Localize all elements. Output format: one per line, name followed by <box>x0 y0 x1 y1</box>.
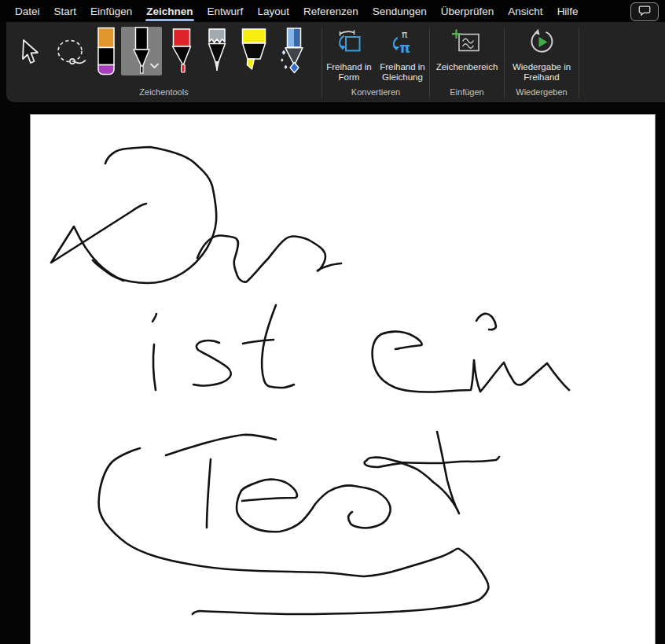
select-tool[interactable] <box>17 37 46 72</box>
lasso-select-tool[interactable] <box>53 37 90 72</box>
ink-stroke-T-stem <box>207 459 211 528</box>
ink-stroke-ein-i-curl <box>476 314 496 329</box>
ink-to-shape-icon <box>336 28 362 57</box>
menu-tab-label: Referenzen <box>303 6 358 17</box>
highlighter-icon <box>239 27 269 75</box>
drawing-canvas-label: Zeichenbereich <box>436 62 498 72</box>
group-label-wiedergeben: Wiedergeben <box>505 87 579 102</box>
comments-button[interactable] <box>630 2 659 21</box>
ink-stroke-as <box>197 235 341 282</box>
pen-red-tool[interactable] <box>168 27 195 75</box>
menu-tab-einfgen[interactable]: Einfügen <box>83 0 139 22</box>
ink-stroke-ein <box>373 332 569 392</box>
eraser-icon <box>96 27 116 75</box>
ribbon-group-konvertieren: Freihand in Form π π Freihand in Gleichu… <box>322 22 429 102</box>
ink-stroke-es <box>237 480 391 532</box>
pencil-tool[interactable] <box>204 27 230 75</box>
menu-tab-datei[interactable]: Datei <box>8 0 47 22</box>
ink-to-shape-button[interactable]: Freihand in Form <box>323 22 375 83</box>
pencil-icon <box>204 27 230 75</box>
menu-tab-entwurf[interactable]: Entwurf <box>200 0 251 22</box>
ink-stroke-T-bar <box>166 435 276 455</box>
menu-tab-label: Hilfe <box>557 6 579 17</box>
menu-tab-label: Sendungen <box>373 6 427 17</box>
group-label-zeichentools: Zeichentools <box>6 87 321 102</box>
menu-tab-hilfe[interactable]: Hilfe <box>550 0 586 22</box>
menu-tabs: DateiStartEinfügenZeichnenEntwurfLayoutR… <box>8 0 586 22</box>
lasso-icon <box>53 37 90 72</box>
ink-stroke-flourish-ellipse <box>99 448 489 614</box>
menu-tab-label: Überprüfen <box>441 6 494 17</box>
group-label-einfuegen: Einfügen <box>430 87 504 102</box>
cursor-arrow-icon <box>17 37 46 72</box>
ink-stroke-D-flourish <box>51 204 146 281</box>
svg-text:π: π <box>399 39 410 55</box>
word-draw-window: DateiStartEinfügenZeichnenEntwurfLayoutR… <box>0 0 665 644</box>
menu-tab-ansicht[interactable]: Ansicht <box>501 0 549 22</box>
chevron-down-icon[interactable] <box>150 58 159 72</box>
ink-to-equation-button[interactable]: π π Freihand in Gleichung <box>377 22 428 83</box>
ink-stroke-s <box>193 340 231 385</box>
pen-icon <box>168 27 195 75</box>
sparkle-pen-icon <box>280 27 307 75</box>
pen-black-tool[interactable] <box>121 27 162 75</box>
ink-stroke-i-dot <box>152 314 156 322</box>
ink-stroke-D-loop <box>93 147 216 283</box>
menu-tab-berprfen[interactable]: Überprüfen <box>434 0 502 22</box>
ink-stroke-t-stem <box>262 305 294 388</box>
ink-replay-button[interactable]: Wiedergabe in Freihand <box>510 22 573 83</box>
ribbon-group-zeichentools: Zeichentools <box>6 22 321 102</box>
menu-tab-zeichnen[interactable]: Zeichnen <box>139 0 200 22</box>
comment-bubble-icon <box>637 4 652 20</box>
group-separator <box>579 28 579 98</box>
ink-stroke-t-cross <box>243 340 274 344</box>
menu-tab-referenzen[interactable]: Referenzen <box>296 0 366 22</box>
ink-to-equation-icon: π π <box>389 28 416 57</box>
ink-svg <box>31 115 655 644</box>
ribbon-group-einfuegen: Zeichenbereich Einfügen <box>430 22 504 102</box>
ink-to-shape-label: Freihand in Form <box>323 62 375 83</box>
drawing-canvas-icon <box>452 28 482 57</box>
menu-bar: DateiStartEinfügenZeichnenEntwurfLayoutR… <box>0 0 665 22</box>
ink-stroke-t-final <box>365 432 499 513</box>
menu-tab-layout[interactable]: Layout <box>250 0 296 22</box>
ribbon: Zeichentools Freihand in Form π <box>6 22 665 102</box>
menu-tab-label: Layout <box>257 6 289 17</box>
ink-replay-label: Wiedergabe in Freihand <box>510 62 573 83</box>
menu-tab-start[interactable]: Start <box>47 0 84 22</box>
group-label-konvertieren: Konvertieren <box>322 87 429 102</box>
menu-tab-label: Einfügen <box>90 6 132 17</box>
document-page[interactable] <box>30 114 656 644</box>
drawing-canvas-button[interactable]: Zeichenbereich <box>432 22 502 72</box>
action-pen-tool[interactable] <box>280 27 307 75</box>
svg-text:π: π <box>402 29 407 40</box>
menu-tab-label: Entwurf <box>208 6 244 17</box>
ink-stroke-i-stem <box>153 344 156 390</box>
highlighter-tool[interactable] <box>239 27 269 75</box>
menu-tab-label: Datei <box>15 6 40 17</box>
menu-tab-label: Zeichnen <box>146 6 193 17</box>
menu-tab-sendungen[interactable]: Sendungen <box>366 0 434 22</box>
menu-tab-label: Start <box>54 6 77 17</box>
menu-tab-label: Ansicht <box>508 6 542 17</box>
ribbon-group-wiedergeben: Wiedergabe in Freihand Wiedergeben <box>505 22 579 102</box>
ink-to-equation-label: Freihand in Gleichung <box>377 62 428 83</box>
ink-replay-icon <box>528 28 555 57</box>
eraser-tool[interactable] <box>96 27 116 75</box>
